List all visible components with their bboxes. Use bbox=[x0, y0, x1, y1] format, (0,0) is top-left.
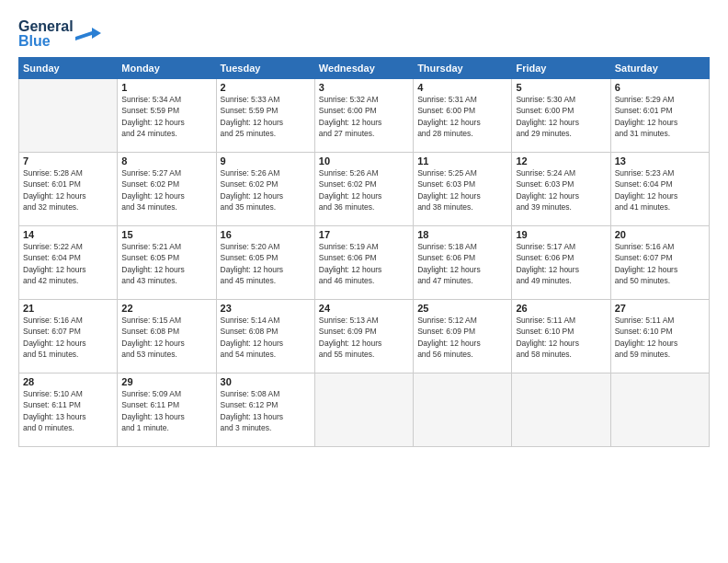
calendar-cell: 16Sunrise: 5:20 AMSunset: 6:05 PMDayligh… bbox=[216, 226, 314, 300]
day-number: 13 bbox=[615, 155, 705, 167]
header-cell-sunday: Sunday bbox=[19, 58, 118, 79]
svg-text:General: General bbox=[18, 18, 74, 34]
day-info: Sunrise: 5:16 AMSunset: 6:07 PMDaylight:… bbox=[615, 241, 705, 286]
day-number: 8 bbox=[121, 155, 211, 167]
day-number: 24 bbox=[319, 303, 409, 314]
calendar-cell: 7Sunrise: 5:28 AMSunset: 6:01 PMDaylight… bbox=[19, 153, 118, 226]
day-number: 15 bbox=[121, 229, 211, 240]
calendar-cell: 28Sunrise: 5:10 AMSunset: 6:11 PMDayligh… bbox=[19, 373, 118, 447]
svg-text:Blue: Blue bbox=[18, 33, 51, 49]
day-info: Sunrise: 5:09 AMSunset: 6:11 PMDaylight:… bbox=[121, 388, 211, 433]
logo-svg: General Blue bbox=[18, 15, 101, 50]
calendar-cell: 2Sunrise: 5:33 AMSunset: 5:59 PMDaylight… bbox=[216, 79, 314, 153]
header-cell-thursday: Thursday bbox=[414, 58, 512, 79]
calendar-cell: 3Sunrise: 5:32 AMSunset: 6:00 PMDaylight… bbox=[314, 79, 413, 153]
day-number: 30 bbox=[221, 376, 311, 387]
calendar-week-4: 21Sunrise: 5:16 AMSunset: 6:07 PMDayligh… bbox=[19, 300, 710, 373]
calendar-cell: 1Sunrise: 5:34 AMSunset: 5:59 PMDaylight… bbox=[118, 79, 216, 153]
day-info: Sunrise: 5:19 AMSunset: 6:06 PMDaylight:… bbox=[319, 241, 409, 286]
calendar-cell: 15Sunrise: 5:21 AMSunset: 6:05 PMDayligh… bbox=[118, 226, 216, 300]
calendar-cell: 12Sunrise: 5:24 AMSunset: 6:03 PMDayligh… bbox=[512, 153, 610, 226]
calendar-cell: 22Sunrise: 5:15 AMSunset: 6:08 PMDayligh… bbox=[118, 300, 216, 373]
day-number: 12 bbox=[516, 155, 606, 167]
day-info: Sunrise: 5:29 AMSunset: 6:01 PMDaylight:… bbox=[615, 94, 705, 139]
day-number: 20 bbox=[615, 229, 705, 240]
day-number: 26 bbox=[516, 303, 606, 314]
calendar-cell: 17Sunrise: 5:19 AMSunset: 6:06 PMDayligh… bbox=[314, 226, 413, 300]
day-info: Sunrise: 5:23 AMSunset: 6:04 PMDaylight:… bbox=[615, 167, 705, 213]
calendar-cell: 26Sunrise: 5:11 AMSunset: 6:10 PMDayligh… bbox=[512, 300, 610, 373]
header: General Blue bbox=[18, 15, 710, 50]
calendar-cell: 8Sunrise: 5:27 AMSunset: 6:02 PMDaylight… bbox=[118, 153, 216, 226]
calendar-week-1: 1Sunrise: 5:34 AMSunset: 5:59 PMDaylight… bbox=[19, 79, 710, 153]
day-number: 17 bbox=[319, 229, 409, 240]
day-number: 5 bbox=[516, 82, 606, 93]
calendar-cell: 11Sunrise: 5:25 AMSunset: 6:03 PMDayligh… bbox=[414, 153, 512, 226]
calendar-cell: 14Sunrise: 5:22 AMSunset: 6:04 PMDayligh… bbox=[19, 226, 118, 300]
calendar-cell: 25Sunrise: 5:12 AMSunset: 6:09 PMDayligh… bbox=[414, 300, 512, 373]
day-number: 28 bbox=[23, 376, 113, 387]
calendar-cell bbox=[314, 373, 413, 447]
day-info: Sunrise: 5:12 AMSunset: 6:09 PMDaylight:… bbox=[417, 315, 507, 360]
day-info: Sunrise: 5:13 AMSunset: 6:09 PMDaylight:… bbox=[319, 315, 409, 360]
day-number: 6 bbox=[615, 82, 705, 93]
header-cell-tuesday: Tuesday bbox=[216, 58, 314, 79]
logo: General Blue bbox=[18, 15, 101, 50]
calendar-cell: 27Sunrise: 5:11 AMSunset: 6:10 PMDayligh… bbox=[610, 300, 709, 373]
day-number: 1 bbox=[121, 82, 211, 93]
day-info: Sunrise: 5:11 AMSunset: 6:10 PMDaylight:… bbox=[516, 315, 606, 360]
day-info: Sunrise: 5:32 AMSunset: 6:00 PMDaylight:… bbox=[319, 94, 409, 139]
header-cell-wednesday: Wednesday bbox=[314, 58, 413, 79]
day-info: Sunrise: 5:10 AMSunset: 6:11 PMDaylight:… bbox=[23, 388, 113, 433]
day-number: 2 bbox=[221, 82, 311, 93]
calendar-cell: 5Sunrise: 5:30 AMSunset: 6:00 PMDaylight… bbox=[512, 79, 610, 153]
day-info: Sunrise: 5:34 AMSunset: 5:59 PMDaylight:… bbox=[121, 94, 211, 139]
calendar-cell bbox=[610, 373, 709, 447]
calendar-cell: 30Sunrise: 5:08 AMSunset: 6:12 PMDayligh… bbox=[216, 373, 314, 447]
day-info: Sunrise: 5:08 AMSunset: 6:12 PMDaylight:… bbox=[221, 388, 311, 433]
calendar-header-row: SundayMondayTuesdayWednesdayThursdayFrid… bbox=[19, 58, 710, 79]
calendar-cell bbox=[414, 373, 512, 447]
day-info: Sunrise: 5:11 AMSunset: 6:10 PMDaylight:… bbox=[615, 315, 705, 360]
day-info: Sunrise: 5:16 AMSunset: 6:07 PMDaylight:… bbox=[23, 315, 113, 360]
day-number: 22 bbox=[121, 303, 211, 314]
calendar-cell: 10Sunrise: 5:26 AMSunset: 6:02 PMDayligh… bbox=[314, 153, 413, 226]
day-number: 9 bbox=[221, 155, 311, 167]
calendar-cell: 6Sunrise: 5:29 AMSunset: 6:01 PMDaylight… bbox=[610, 79, 709, 153]
day-number: 27 bbox=[615, 303, 705, 314]
day-info: Sunrise: 5:28 AMSunset: 6:01 PMDaylight:… bbox=[23, 167, 113, 213]
calendar-cell: 21Sunrise: 5:16 AMSunset: 6:07 PMDayligh… bbox=[19, 300, 118, 373]
calendar-cell: 4Sunrise: 5:31 AMSunset: 6:00 PMDaylight… bbox=[414, 79, 512, 153]
calendar-cell: 23Sunrise: 5:14 AMSunset: 6:08 PMDayligh… bbox=[216, 300, 314, 373]
day-info: Sunrise: 5:26 AMSunset: 6:02 PMDaylight:… bbox=[221, 167, 311, 213]
day-number: 11 bbox=[417, 155, 507, 167]
calendar-cell bbox=[512, 373, 610, 447]
day-info: Sunrise: 5:18 AMSunset: 6:06 PMDaylight:… bbox=[417, 241, 507, 286]
day-number: 23 bbox=[221, 303, 311, 314]
day-number: 3 bbox=[319, 82, 409, 93]
calendar-cell bbox=[19, 79, 118, 153]
day-number: 21 bbox=[23, 303, 113, 314]
day-info: Sunrise: 5:14 AMSunset: 6:08 PMDaylight:… bbox=[221, 315, 311, 360]
day-number: 18 bbox=[417, 229, 507, 240]
calendar-week-5: 28Sunrise: 5:10 AMSunset: 6:11 PMDayligh… bbox=[19, 373, 710, 447]
day-info: Sunrise: 5:27 AMSunset: 6:02 PMDaylight:… bbox=[121, 167, 211, 213]
day-info: Sunrise: 5:15 AMSunset: 6:08 PMDaylight:… bbox=[121, 315, 211, 360]
day-info: Sunrise: 5:31 AMSunset: 6:00 PMDaylight:… bbox=[417, 94, 507, 139]
calendar-cell: 9Sunrise: 5:26 AMSunset: 6:02 PMDaylight… bbox=[216, 153, 314, 226]
day-info: Sunrise: 5:24 AMSunset: 6:03 PMDaylight:… bbox=[516, 167, 606, 213]
day-info: Sunrise: 5:25 AMSunset: 6:03 PMDaylight:… bbox=[417, 167, 507, 213]
day-info: Sunrise: 5:20 AMSunset: 6:05 PMDaylight:… bbox=[221, 241, 311, 286]
calendar-cell: 29Sunrise: 5:09 AMSunset: 6:11 PMDayligh… bbox=[118, 373, 216, 447]
day-info: Sunrise: 5:22 AMSunset: 6:04 PMDaylight:… bbox=[23, 241, 113, 286]
day-number: 10 bbox=[319, 155, 409, 167]
calendar-cell: 20Sunrise: 5:16 AMSunset: 6:07 PMDayligh… bbox=[610, 226, 709, 300]
calendar-cell: 24Sunrise: 5:13 AMSunset: 6:09 PMDayligh… bbox=[314, 300, 413, 373]
day-info: Sunrise: 5:33 AMSunset: 5:59 PMDaylight:… bbox=[221, 94, 311, 139]
calendar-week-2: 7Sunrise: 5:28 AMSunset: 6:01 PMDaylight… bbox=[19, 153, 710, 226]
day-number: 16 bbox=[221, 229, 311, 240]
header-cell-friday: Friday bbox=[512, 58, 610, 79]
calendar-body: 1Sunrise: 5:34 AMSunset: 5:59 PMDaylight… bbox=[19, 79, 710, 447]
page: General Blue SundayMondayTuesdayWednesda… bbox=[0, 0, 728, 563]
day-number: 7 bbox=[23, 155, 113, 167]
